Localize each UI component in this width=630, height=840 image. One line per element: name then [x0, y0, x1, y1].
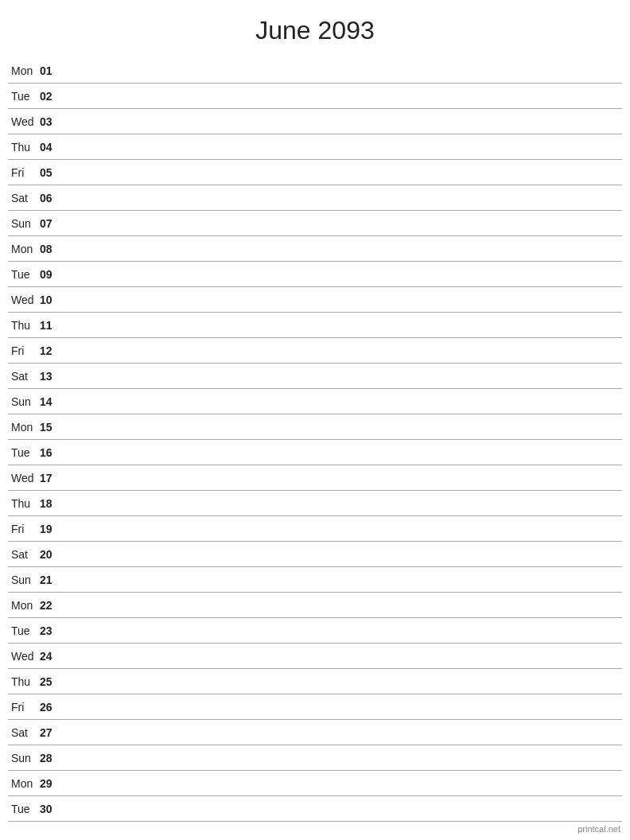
day-row: Sat27	[8, 720, 622, 745]
day-number: 19	[40, 523, 64, 535]
page-title: June 2093	[0, 0, 630, 58]
day-name: Sun	[8, 574, 40, 586]
day-name: Fri	[8, 344, 40, 357]
day-number: 13	[40, 370, 64, 383]
day-name: Sun	[8, 752, 40, 764]
day-number: 28	[40, 752, 64, 764]
day-line	[64, 452, 622, 453]
day-row: Mon01	[8, 58, 622, 84]
day-row: Tue30	[8, 796, 622, 822]
day-number: 18	[40, 497, 64, 510]
day-name: Mon	[8, 599, 40, 612]
day-number: 11	[40, 319, 64, 332]
day-number: 27	[40, 726, 64, 739]
day-row: Fri19	[8, 516, 622, 542]
day-name: Sun	[8, 395, 40, 408]
day-number: 24	[40, 650, 64, 663]
day-number: 12	[40, 344, 64, 357]
day-line	[64, 579, 622, 580]
day-number: 04	[40, 141, 64, 154]
day-row: Sun07	[8, 211, 622, 236]
day-line	[64, 146, 622, 147]
calendar-container: Mon01Tue02Wed03Thu04Fri05Sat06Sun07Mon08…	[0, 58, 630, 822]
day-name: Tue	[8, 803, 40, 815]
day-number: 01	[40, 64, 64, 77]
day-number: 06	[40, 192, 64, 204]
day-number: 08	[40, 243, 64, 255]
day-number: 10	[40, 294, 64, 306]
day-line	[64, 528, 622, 529]
day-row: Sun14	[8, 389, 622, 414]
day-row: Mon29	[8, 771, 622, 796]
day-name: Sat	[8, 726, 40, 739]
day-name: Thu	[8, 497, 40, 510]
day-row: Tue09	[8, 262, 622, 287]
day-name: Thu	[8, 675, 40, 688]
day-row: Thu11	[8, 313, 622, 338]
day-number: 03	[40, 115, 64, 128]
day-line	[64, 783, 622, 784]
day-line	[64, 299, 622, 300]
day-name: Mon	[8, 64, 40, 77]
day-line	[64, 274, 622, 274]
day-name: Mon	[8, 777, 40, 790]
day-number: 02	[40, 90, 64, 103]
day-row: Thu25	[8, 669, 622, 694]
day-name: Mon	[8, 243, 40, 255]
day-name: Tue	[8, 268, 40, 281]
day-name: Sat	[8, 370, 40, 383]
day-row: Wed24	[8, 644, 622, 669]
day-row: Sat13	[8, 364, 622, 389]
day-name: Thu	[8, 319, 40, 332]
day-line	[64, 350, 622, 351]
day-line	[64, 172, 622, 173]
watermark: printcal.net	[578, 824, 620, 834]
day-row: Wed10	[8, 287, 622, 313]
day-line	[64, 808, 622, 809]
day-line	[64, 401, 622, 402]
day-line	[64, 70, 622, 71]
day-name: Wed	[8, 294, 40, 306]
day-line	[64, 605, 622, 605]
day-number: 05	[40, 166, 64, 179]
day-line	[64, 503, 622, 504]
day-name: Tue	[8, 90, 40, 103]
day-line	[64, 757, 622, 758]
day-name: Sun	[8, 217, 40, 230]
day-row: Wed17	[8, 465, 622, 491]
day-line	[64, 477, 622, 478]
day-number: 16	[40, 446, 64, 459]
day-line	[64, 375, 622, 376]
day-row: Wed03	[8, 109, 622, 134]
day-line	[64, 248, 622, 249]
day-name: Fri	[8, 166, 40, 179]
day-line	[64, 681, 622, 682]
day-name: Thu	[8, 141, 40, 154]
day-number: 20	[40, 548, 64, 561]
day-number: 15	[40, 421, 64, 434]
day-number: 17	[40, 472, 64, 484]
day-number: 26	[40, 701, 64, 714]
day-name: Wed	[8, 115, 40, 128]
day-row: Sun28	[8, 745, 622, 771]
day-number: 09	[40, 268, 64, 281]
day-name: Mon	[8, 421, 40, 434]
day-row: Thu04	[8, 134, 622, 160]
day-line	[64, 95, 622, 96]
day-number: 14	[40, 395, 64, 408]
day-row: Tue02	[8, 84, 622, 109]
day-line	[64, 554, 622, 554]
day-line	[64, 732, 622, 733]
day-row: Thu18	[8, 491, 622, 516]
day-number: 23	[40, 624, 64, 637]
day-number: 22	[40, 599, 64, 612]
day-line	[64, 121, 622, 122]
day-name: Wed	[8, 472, 40, 484]
day-line	[64, 325, 622, 325]
day-line	[64, 223, 622, 224]
day-line	[64, 197, 622, 198]
day-name: Sat	[8, 192, 40, 204]
day-row: Sun21	[8, 567, 622, 593]
day-line	[64, 426, 622, 427]
day-name: Fri	[8, 701, 40, 714]
